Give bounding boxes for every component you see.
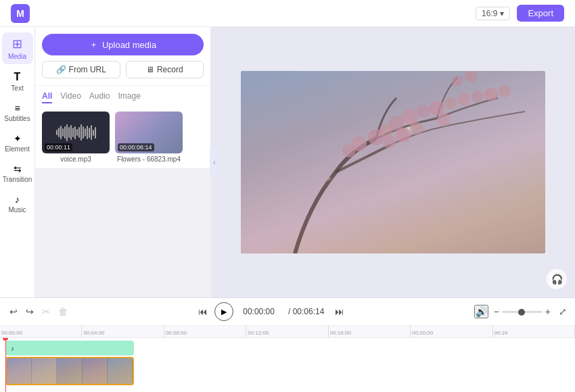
media-actions: 🔗 From URL 🖥 Record [42, 61, 204, 78]
top-bar: M 16:9 ▾ Export [0, 0, 575, 27]
sidebar-item-text[interactable]: T Text [2, 67, 33, 96]
video-frame-3 [57, 358, 82, 384]
from-url-button[interactable]: 🔗 From URL [42, 61, 120, 78]
transition-icon: ⇆ [14, 164, 22, 174]
audio-track[interactable]: ♪ [5, 341, 134, 356]
ruler-mark-1: 00:04:00 [82, 326, 164, 337]
zoom-out-button[interactable]: − [494, 306, 499, 317]
sidebar-item-text-label: Text [11, 84, 23, 92]
skip-forward-button[interactable]: ⏭ [334, 305, 346, 318]
audio-track-icon: ♪ [11, 345, 14, 352]
zoom-controls: − + [494, 306, 551, 317]
svg-point-18 [437, 113, 451, 126]
headphone-icon: 🎧 [551, 274, 563, 285]
media-panel-top: ＋ Upload media 🔗 From URL 🖥 Record [35, 27, 210, 86]
main-area: ⊞ Media T Text ≡ Subtitles ✦ Element ⇆ T… [0, 27, 575, 297]
media-panel: ＋ Upload media 🔗 From URL 🖥 Record All [35, 27, 211, 168]
ratio-label: 16:9 [482, 9, 497, 18]
audio-thumbnail: 00:00:11 [42, 112, 110, 153]
play-button[interactable]: ▶ [214, 302, 233, 321]
svg-point-15 [383, 135, 396, 149]
svg-point-17 [410, 122, 423, 135]
video-frame-5 [108, 358, 133, 384]
from-url-label: From URL [69, 65, 106, 74]
ruler-mark-3: 00:12:00 [246, 326, 328, 337]
ruler-mark-2: 00:08:00 [164, 326, 246, 337]
link-icon: 🔗 [56, 65, 66, 74]
sidebar-item-subtitles-label: Subtitles [4, 115, 30, 122]
svg-point-12 [499, 85, 511, 97]
subtitles-icon: ≡ [14, 103, 20, 114]
audio-settings-button[interactable]: 🎧 [547, 269, 567, 289]
sidebar-item-subtitles[interactable]: ≡ Subtitles [2, 99, 33, 126]
ruler-mark-4: 00:16:00 [329, 326, 411, 337]
upload-media-button[interactable]: ＋ Upload media [42, 34, 204, 55]
sidebar-item-element[interactable]: ✦ Element [2, 129, 33, 157]
audio-name: voice.mp3 [42, 155, 110, 163]
media-grid: 00:00:11 voice.mp3 00:00:06:14 Flowers -… [35, 106, 210, 168]
sidebar-item-music[interactable]: ♪ Music [2, 190, 33, 218]
redo-button[interactable]: ↪ [24, 305, 35, 318]
skip-back-button[interactable]: ⏮ [197, 305, 209, 318]
app-logo: M [11, 4, 30, 23]
cut-button[interactable]: ✂ [41, 305, 51, 318]
sidebar-item-transition[interactable]: ⇆ Transition [2, 160, 33, 187]
record-icon: 🖥 [146, 65, 154, 74]
filter-tab-all[interactable]: All [42, 91, 52, 103]
video-duration: 00:00:06:14 [118, 143, 154, 151]
audio-duration: 00:00:11 [45, 143, 72, 151]
filter-tab-audio[interactable]: Audio [89, 91, 110, 103]
svg-point-11 [484, 88, 498, 101]
timeline-ruler: 00:00:00 00:04:00 00:08:00 00:12:00 00:1… [0, 326, 575, 338]
ruler-mark-0: 00:00:00 [0, 326, 82, 337]
zoom-slider[interactable] [502, 311, 543, 313]
element-icon: ✦ [14, 133, 22, 144]
video-thumbnail: 00:00:06:14 [115, 112, 183, 153]
timeline-controls: ↩ ↪ ✂ 🗑 ⏮ ▶ 00:00:00 / 00:06:14 ⏭ 🔊 − + … [0, 298, 575, 326]
video-frame-1 [7, 358, 32, 384]
zoom-in-button[interactable]: + [545, 306, 551, 317]
music-icon: ♪ [15, 194, 20, 205]
media-filter-tabs: All Video Audio Image [35, 86, 210, 106]
svg-rect-0 [241, 71, 545, 253]
filter-tab-image[interactable]: Image [118, 91, 141, 103]
playhead [5, 338, 6, 392]
fullscreen-timeline-button[interactable]: ⤢ [559, 306, 567, 317]
sidebar-item-media[interactable]: ⊞ Media [2, 32, 33, 64]
volume-button[interactable]: 🔊 [474, 305, 488, 318]
preview-area: 🎧 [211, 27, 575, 297]
play-icon: ▶ [221, 308, 227, 316]
preview-video [241, 71, 545, 253]
media-item-audio[interactable]: 00:00:11 voice.mp3 [42, 112, 110, 163]
filter-tab-video[interactable]: Video [60, 91, 80, 103]
media-item-video[interactable]: 00:00:06:14 Flowers - 66823.mp4 [115, 112, 183, 163]
sidebar-item-transition-label: Transition [3, 176, 32, 183]
total-time-display: / 00:06:14 [288, 307, 324, 316]
timeline-tracks: ♪ [0, 338, 575, 392]
cherry-blossom-overlay [241, 71, 545, 253]
record-button[interactable]: 🖥 Record [126, 61, 204, 78]
ratio-select[interactable]: 16:9 ▾ [476, 7, 510, 20]
video-track[interactable] [5, 357, 134, 385]
svg-point-9 [457, 93, 471, 106]
undo-button[interactable]: ↩ [8, 305, 19, 318]
text-icon: T [14, 71, 21, 83]
panel-collapse-button[interactable]: ‹ [210, 149, 219, 176]
sidebar-item-music-label: Music [8, 206, 26, 214]
svg-point-8 [444, 97, 457, 109]
ruler-mark-6: 00:24 [493, 326, 575, 337]
svg-point-6 [417, 105, 430, 118]
delete-button[interactable]: 🗑 [57, 305, 69, 318]
svg-point-14 [352, 137, 367, 151]
media-icon: ⊞ [12, 36, 22, 51]
sidebar-item-media-label: Media [8, 53, 26, 60]
top-left: M [11, 4, 30, 23]
ruler-mark-5: 00:20:00 [411, 326, 492, 337]
export-button[interactable]: Export [517, 5, 564, 22]
timeline-area: ↩ ↪ ✂ 🗑 ⏮ ▶ 00:00:00 / 00:06:14 ⏭ 🔊 − + … [0, 297, 575, 392]
audio-waveform [56, 122, 96, 143]
upload-media-label: Upload media [102, 40, 156, 50]
video-frame-2 [32, 358, 57, 384]
svg-point-16 [396, 128, 411, 143]
svg-point-19 [452, 76, 463, 87]
